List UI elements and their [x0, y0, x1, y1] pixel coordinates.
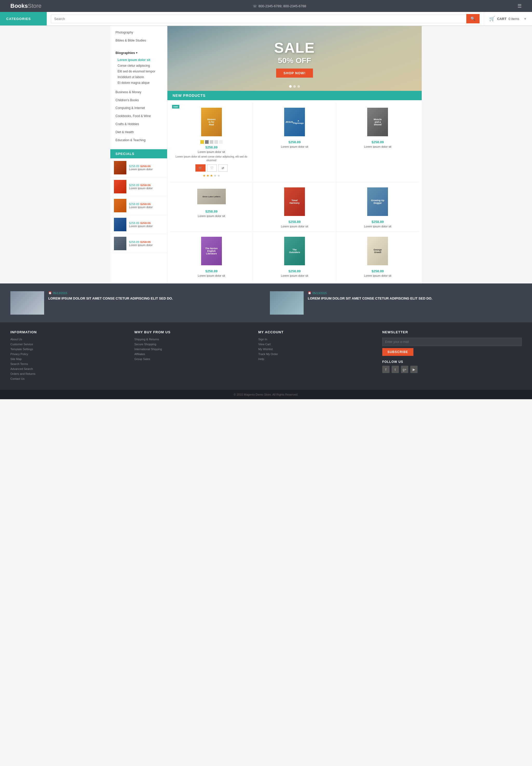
footer-link-sitemap[interactable]: Site Map: [10, 357, 127, 361]
categories-button[interactable]: CATEGORIES: [0, 12, 47, 25]
product-desc-featured: Lorem ipsum dolor sit amet conse ctetur …: [174, 155, 249, 162]
footer-link-customer-service[interactable]: Customer Service: [10, 343, 127, 346]
hero-dots: [289, 85, 300, 88]
special-item-2[interactable]: $258.89$258.96 Lorem ipsum dolor: [110, 177, 167, 196]
blog-content-2: ⏰ 05/13/2015 LOREM IPSUM DOLOR SIT AMET …: [308, 291, 432, 315]
sidebar-item-bibles[interactable]: Bibles & Bible Studies: [110, 37, 167, 45]
youtube-icon[interactable]: ▶: [410, 366, 418, 373]
wishlist-button[interactable]: ♡: [207, 164, 217, 172]
twitter-icon[interactable]: t: [392, 366, 399, 373]
color-swatch-2[interactable]: [205, 140, 209, 144]
product-name-sec: Lorem ipsum dolor sit: [174, 214, 249, 218]
search-input[interactable]: [51, 15, 466, 23]
sidebar-item-crafts[interactable]: Crafts & Hobbies: [110, 120, 167, 128]
footer-bottom: © 2015 Magento Demo Store. All Rights Re…: [0, 390, 532, 399]
footer-link-template-settings[interactable]: Template Settings: [10, 348, 127, 351]
product-name-7: Lorem ipsum dolor sit: [257, 274, 332, 277]
sidebar-sub-lorem-active[interactable]: Lorem ipsum dolor sit: [110, 57, 167, 63]
nav-bar: CATEGORIES 🔍 🛒 CART 0 items ▼: [0, 12, 532, 26]
footer-link-wishlist[interactable]: My Wishlist: [258, 348, 374, 351]
hamburger-menu[interactable]: ☰: [517, 3, 522, 9]
new-badge: new: [172, 105, 179, 109]
footer-link-contact[interactable]: Contact Us: [10, 377, 127, 380]
cart-area[interactable]: 🛒 CART 0 items ▼: [484, 12, 532, 25]
search-area: 🔍: [47, 12, 484, 25]
footer-link-advanced-search[interactable]: Advanced Search: [10, 367, 127, 370]
blog-item-1: ⏰ 05/13/2015 LOREM IPSUM DOLOR SIT AMET …: [10, 291, 262, 315]
compare-button[interactable]: ⇄: [218, 164, 228, 172]
hero-dot-1[interactable]: [289, 85, 292, 88]
product-price-3: $258.89: [340, 140, 415, 144]
sidebar-item-childrens[interactable]: Children's Books: [110, 96, 167, 104]
newsletter-subscribe-button[interactable]: SUBSCRIBE: [382, 348, 413, 356]
social-icons: f t g+ ▶: [382, 366, 522, 373]
sidebar-item-biographies[interactable]: Biographies ▾: [110, 49, 167, 57]
footer-link-help[interactable]: Help: [258, 357, 374, 361]
footer-link-about[interactable]: About Us: [10, 338, 127, 341]
footer-link-search-terms[interactable]: Search Terms: [10, 362, 127, 365]
footer-link-secure-shopping[interactable]: Secure Shopping: [134, 343, 251, 346]
footer-link-international[interactable]: International Shipping: [134, 348, 251, 351]
footer-link-privacy[interactable]: Privacy Policy: [10, 353, 127, 356]
color-swatch-1[interactable]: [200, 140, 204, 144]
sidebar-sub-incididunt[interactable]: Incididunt ut labore: [110, 74, 167, 80]
sidebar-item-business[interactable]: Business & Money: [110, 88, 167, 96]
hero-dot-3[interactable]: [297, 85, 300, 88]
color-swatch-4[interactable]: [214, 140, 218, 144]
footer-link-affiliates[interactable]: Affiliates: [134, 353, 251, 356]
footer-link-group-sales[interactable]: Group Sales: [134, 357, 251, 361]
product-card-6: The NortonEnglishLiterature $258.89 Lore…: [170, 232, 253, 281]
product-image-featured: Heavenis forReal: [174, 106, 249, 138]
sidebar-sub-elit[interactable]: Elit sed do eiusmod tempor: [110, 69, 167, 74]
sidebar-item-education[interactable]: Education & Teaching: [110, 136, 167, 144]
hero-shop-now-button[interactable]: SHOP NOW!: [276, 69, 313, 78]
sidebar-item-diet[interactable]: Diet & Health: [110, 128, 167, 136]
cart-dropdown-icon: ▼: [523, 17, 527, 21]
sidebar-sub-dolore[interactable]: Et dolore magna alique: [110, 80, 167, 86]
product-actions-featured: 🛒 ♡ ⇄: [174, 164, 249, 172]
color-swatch-5[interactable]: [219, 140, 223, 144]
special-item-1[interactable]: $258.89$258.96 Lorem ipsum dolor: [110, 158, 167, 177]
footer-link-shipping[interactable]: Shipping & Returns: [134, 338, 251, 341]
special-info-4: $258.89$258.96 Lorem ipsum dolor: [129, 221, 153, 228]
color-swatch-3[interactable]: [210, 140, 213, 144]
sidebar-item-photography[interactable]: Photography: [110, 29, 167, 37]
hero-sale-text: SALE: [274, 39, 315, 56]
product-card-3: Muscleand aShovel $258.89 Lorem ipsum do…: [336, 103, 419, 182]
special-info-5: $258.89$258.96 Lorem ipsum dolor: [129, 240, 153, 247]
footer-my-account: MY ACCOUNT Sign In View Cart My Wishlist…: [258, 330, 374, 382]
phone-info: ☏ 800-2345-6789; 800-2345-6788: [253, 4, 306, 8]
product-price-sec: $258.89: [174, 209, 249, 213]
newsletter-email-input[interactable]: [382, 338, 522, 346]
footer-main: INFORMATION About Us Customer Service Te…: [0, 322, 532, 390]
blog-thumb-2: [270, 291, 304, 315]
sidebar: Photography Bibles & Bible Studies Biogr…: [110, 26, 167, 283]
product-card-4: TonalHarmony $258.89 Lorem ipsum dolor s…: [253, 182, 336, 232]
phone-icon: ☏: [253, 4, 257, 8]
facebook-icon[interactable]: f: [382, 366, 390, 373]
footer-newsletter-heading: NEWSLETTER: [382, 330, 522, 334]
footer-link-orders-returns[interactable]: Orders and Returns: [10, 372, 127, 375]
product-price-8: $258.89: [340, 269, 415, 273]
blog-content-1: ⏰ 05/13/2015 LOREM IPSUM DOLOR SIT AMET …: [48, 291, 173, 315]
sidebar-item-computing[interactable]: Computing & Internet: [110, 104, 167, 112]
hero-banner: SALE 50% OFF SHOP NOW!: [167, 26, 422, 91]
product-name-3: Lorem ipsum dolor sit: [340, 145, 415, 148]
blog-title-1: LOREM IPSUM DOLOR SIT AMET CONSE CTETUR …: [48, 296, 173, 301]
search-button[interactable]: 🔍: [466, 14, 480, 23]
footer-information-heading: INFORMATION: [10, 330, 127, 334]
hero-dot-2[interactable]: [293, 85, 296, 88]
footer-link-track-order[interactable]: Track My Order: [258, 353, 374, 356]
googleplus-icon[interactable]: g+: [401, 366, 408, 373]
product-name-6: Lorem ipsum dolor sit: [174, 274, 249, 277]
special-item-4[interactable]: $258.89$258.96 Lorem ipsum dolor: [110, 215, 167, 234]
sidebar-sub-conse[interactable]: Conse ctetur adipiscing: [110, 63, 167, 69]
footer-link-signin[interactable]: Sign In: [258, 338, 374, 341]
special-item-3[interactable]: $258.89$258.96 Lorem ipsum dolor: [110, 196, 167, 215]
product-name-8: Lorem ipsum dolor sit: [340, 274, 415, 277]
special-item-5[interactable]: $258.89$258.96 Lorem ipsum dolor: [110, 234, 167, 253]
footer-link-view-cart[interactable]: View Cart: [258, 343, 374, 346]
logo[interactable]: BooksStore: [10, 3, 42, 9]
sidebar-item-cookbooks[interactable]: Cookbooks, Food & Wine: [110, 112, 167, 120]
add-to-cart-button[interactable]: 🛒: [195, 164, 206, 172]
